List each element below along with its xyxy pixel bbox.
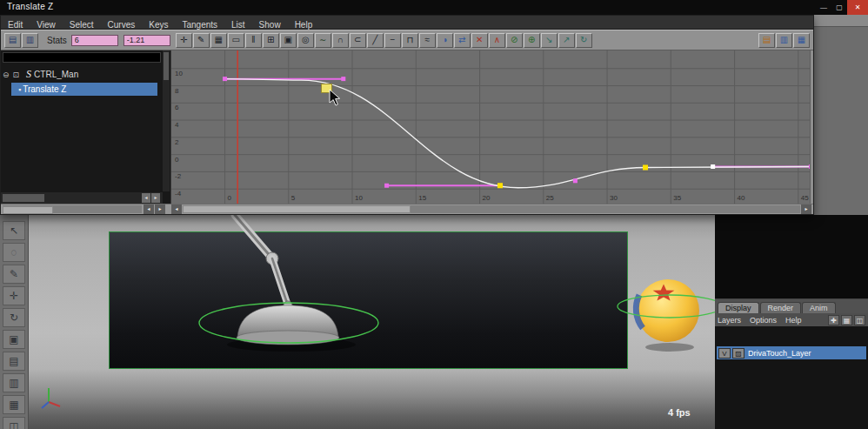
graph-editor-menubar: EditViewSelectCurvesKeysTangentsListShow… — [1, 16, 813, 30]
select-box-icon[interactable]: ⊡ — [13, 70, 20, 79]
curve-graph-area[interactable]: 0510152025303540451086420-2-4 — [171, 50, 810, 204]
outliner-filter-input[interactable] — [3, 52, 161, 63]
svg-text:15: 15 — [418, 194, 426, 202]
animation-curve-svg[interactable]: 0510152025303540451086420-2-4 — [171, 50, 810, 204]
options-menu[interactable]: Options — [750, 316, 777, 325]
rotate-tool-icon[interactable]: ↻ — [3, 308, 25, 327]
axis-gizmo — [39, 384, 65, 413]
outliner-node-ctrl-man[interactable]: ⊖ ⊡ S CTRL_Man — [1, 68, 163, 81]
value-snap-icon[interactable]: ↗ — [558, 33, 575, 48]
create-layer-from-selected-button[interactable]: ▦ — [841, 315, 852, 325]
maximize-button-icon[interactable]: ▢ — [831, 2, 847, 13]
minimize-button-icon[interactable]: — — [816, 2, 831, 13]
graph-editor-titlebar[interactable]: Translate Z — ▢ ✕ — [0, 0, 868, 15]
step-tangents-icon[interactable]: ⊓ — [402, 33, 418, 48]
scroll-left-icon[interactable]: ◂ — [142, 193, 150, 203]
svg-text:-4: -4 — [175, 190, 182, 198]
graph-view-icon[interactable]: ▤ — [4, 33, 21, 48]
open-dope-sheet-icon[interactable]: ▤ — [758, 33, 775, 48]
stats-value-field[interactable] — [124, 35, 170, 46]
time-snap-icon[interactable]: ↘ — [541, 33, 558, 48]
layout-two-pane-icon[interactable]: ▥ — [3, 373, 25, 392]
lamp-model[interactable] — [29, 215, 464, 429]
graph-scroll-track[interactable] — [183, 205, 800, 213]
create-empty-layer-button[interactable]: ✚ — [828, 315, 839, 325]
scroll-thumb[interactable] — [3, 194, 44, 202]
graph-scroll-left-icon[interactable]: ◂ — [171, 204, 182, 214]
paint-select-tool-icon[interactable]: ✎ — [3, 265, 25, 284]
lattice-deform-keys-icon[interactable]: ▦ — [210, 33, 227, 48]
layer-type-icon[interactable]: ▨ — [732, 348, 744, 359]
flat-tangents-icon[interactable]: − — [384, 33, 401, 48]
outliner-horizontal-scrollbar[interactable]: ◂ ▸ — [1, 192, 163, 204]
stats-frame-field[interactable] — [71, 35, 118, 46]
layer-panel-tabs: Display Render Anim — [715, 299, 868, 313]
help-menu[interactable]: Help — [785, 316, 802, 325]
tab-display[interactable]: Display — [718, 302, 759, 313]
layout-split-pane-icon[interactable]: ◫ — [3, 417, 25, 429]
screen: ↖◌✎✛↻▣▤▥▦◫ — [0, 0, 868, 429]
clamped-tangents-icon[interactable]: ⊂ — [350, 33, 366, 48]
outliner-vertical-scrollbar[interactable] — [163, 50, 170, 191]
tab-render[interactable]: Render — [760, 302, 802, 313]
lock-tangent-weight-icon[interactable]: ⊕ — [524, 33, 540, 48]
svg-text:6: 6 — [175, 104, 179, 111]
scroll-thumb[interactable] — [3, 206, 53, 214]
spline-tangents-icon[interactable]: ∩ — [332, 33, 349, 48]
graph-scroll-thumb[interactable] — [183, 205, 411, 213]
frame-playback-range-icon[interactable]: ▣ — [280, 33, 297, 48]
retime-keys-icon[interactable]: ‖ — [245, 33, 262, 48]
layout-single-pane-icon[interactable]: ▤ — [3, 352, 25, 371]
svg-text:20: 20 — [483, 194, 491, 202]
graph-vertical-scrollbar[interactable] — [810, 50, 813, 204]
open-graph-editor-icon[interactable]: ▦ — [793, 33, 810, 48]
swap-buffer-curve-icon[interactable]: ⇄ — [454, 33, 471, 48]
scroll-thumb[interactable] — [164, 52, 169, 80]
dope-sheet-view-icon[interactable]: ▥ — [22, 33, 38, 48]
svg-text:45: 45 — [801, 194, 809, 202]
frame-all-icon[interactable]: ⊞ — [263, 33, 279, 48]
ball-shadow — [645, 343, 694, 352]
svg-text:4: 4 — [175, 121, 179, 129]
layout-four-pane-icon[interactable]: ▦ — [3, 395, 25, 414]
tab-anim[interactable]: Anim — [802, 302, 836, 313]
collapse-icon[interactable]: ⊖ — [3, 70, 10, 79]
ball-model[interactable] — [603, 250, 715, 372]
anim-curve-icon: S — [26, 68, 31, 81]
main-menubar-fragment — [814, 15, 868, 27]
scroll-right-icon[interactable]: ▸ — [151, 193, 160, 203]
outliner-bottom-scroll-track[interactable] — [3, 205, 142, 213]
svg-text:0: 0 — [228, 194, 232, 202]
maya-toolbox: ↖◌✎✛↻▣▤▥▦◫ — [0, 215, 29, 429]
scale-tool-icon[interactable]: ▣ — [3, 330, 25, 349]
plateau-tangents-icon[interactable]: ≈ — [419, 33, 436, 48]
main-window-background — [814, 15, 868, 215]
free-tangent-weight-icon[interactable]: ⊘ — [506, 33, 523, 48]
view-mode-icons: ▤▥ — [4, 33, 38, 48]
scroll-right-icon[interactable]: ▸ — [155, 204, 165, 214]
pre-infinity-cycle-icon[interactable]: ↻ — [576, 33, 592, 48]
lasso-tool-icon[interactable]: ◌ — [3, 243, 25, 262]
linear-tangents-icon[interactable]: ╱ — [367, 33, 384, 48]
scroll-left-icon[interactable]: ◂ — [144, 204, 154, 214]
layer-options-button[interactable]: ◫ — [854, 315, 865, 325]
viewport[interactable]: 4 fps — [29, 215, 715, 429]
select-tool-icon[interactable]: ↖ — [3, 221, 25, 240]
layers-menu[interactable]: Layers — [718, 316, 741, 325]
center-current-time-icon[interactable]: ◎ — [297, 33, 314, 48]
graph-scroll-right-icon[interactable]: ▸ — [801, 204, 811, 214]
auto-tangents-icon[interactable]: ∼ — [315, 33, 331, 48]
insert-keys-icon[interactable]: ✎ — [193, 33, 210, 48]
buffer-curve-snapshot-icon[interactable]: ◑ — [437, 33, 453, 48]
svg-text:2: 2 — [175, 138, 179, 146]
open-trax-editor-icon[interactable]: ▥ — [776, 33, 792, 48]
layer-visibility-toggle[interactable]: V — [718, 348, 731, 359]
outliner-channel-translate-z[interactable]: ▪ Translate Z — [11, 83, 157, 96]
break-tangents-icon[interactable]: ✕ — [471, 33, 488, 48]
move-tool-icon[interactable]: ✛ — [3, 286, 25, 305]
region-select-keys-icon[interactable]: ▭ — [228, 33, 244, 48]
layer-row[interactable]: V ▨ DrivaTouch_Layer — [717, 346, 866, 359]
move-nearest-picked-key-icon[interactable]: ✛ — [176, 33, 192, 48]
unify-tangents-icon[interactable]: ∧ — [489, 33, 505, 48]
close-button-icon[interactable]: ✕ — [847, 0, 868, 15]
